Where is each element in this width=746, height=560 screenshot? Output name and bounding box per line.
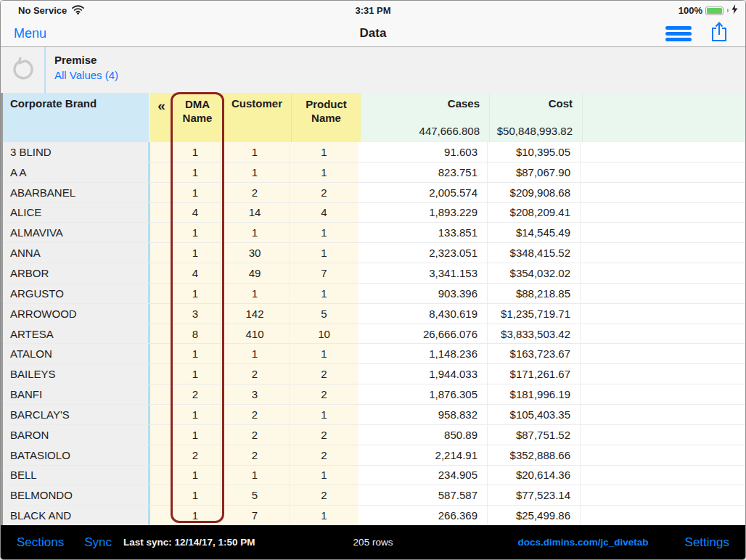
- filler-cell: [580, 284, 745, 303]
- customer-cell: 1: [220, 142, 289, 162]
- table-row[interactable]: 3 BLIND 1 1 1 91.603 $10,395.05: [1, 142, 745, 162]
- filler-cell: [580, 344, 745, 363]
- brand-cell: ALICE: [1, 203, 150, 223]
- clock: 3:31 PM: [1, 5, 745, 16]
- dma-cell: 4: [171, 263, 220, 283]
- brand-cell: ALMAVIVA: [1, 223, 150, 242]
- hamburger-menu-icon[interactable]: [665, 26, 692, 41]
- refresh-button[interactable]: [1, 47, 46, 93]
- table-row[interactable]: A A 1 1 1 823.751 $87,067.90: [1, 162, 745, 182]
- dma-cell: 1: [171, 162, 220, 182]
- column-header-cases[interactable]: Cases 447,666.808: [361, 93, 489, 142]
- brand-cell: A A: [1, 162, 150, 182]
- table-row[interactable]: BELL 1 1 1 234.905 $20,614.36: [1, 465, 745, 485]
- table-row[interactable]: BARCLAY'S 1 2 1 958.832 $105,403.35: [1, 404, 745, 424]
- settings-button[interactable]: Settings: [685, 535, 729, 550]
- product-cell: 1: [289, 344, 358, 363]
- customer-cell: 2: [220, 364, 289, 384]
- table-row[interactable]: ANNA 1 30 1 2,323.051 $348,415.52: [1, 242, 745, 263]
- product-cell: 1: [289, 466, 358, 485]
- filler-cell: [580, 263, 745, 283]
- table-row[interactable]: BELMONDO 1 5 2 587.587 $77,523.14: [1, 485, 745, 505]
- table-header: Corporate Brand « DMA Name Customer Prod…: [1, 93, 745, 142]
- customer-cell: 410: [220, 324, 289, 344]
- dma-cell: 1: [171, 243, 220, 263]
- product-cell: 1: [289, 223, 358, 242]
- header-filler: [582, 93, 745, 142]
- cases-cell: 850.89: [358, 425, 487, 445]
- dma-cell: 8: [171, 324, 220, 344]
- column-header-customer[interactable]: Customer: [222, 93, 291, 142]
- column-header-product-name[interactable]: Product Name: [291, 93, 361, 142]
- cost-cell: $3,833,503.42: [487, 324, 580, 344]
- brand-cell: BLACK AND: [1, 506, 150, 525]
- spacer-cell: [150, 223, 171, 242]
- table-row[interactable]: ALICE 4 14 4 1,893.229 $208,209.41: [1, 202, 745, 223]
- customer-cell: 1: [220, 344, 289, 363]
- filler-cell: [580, 304, 745, 324]
- customer-cell: 3: [220, 384, 289, 404]
- cases-cell: 2,323.051: [358, 243, 487, 263]
- customer-cell: 2: [220, 445, 289, 465]
- table-row[interactable]: BANFI 2 3 2 1,876.305 $181,996.19: [1, 384, 745, 404]
- table-row[interactable]: BATASIOLO 2 2 2 2,214.91 $352,888.66: [1, 445, 745, 465]
- table-row[interactable]: BLACK AND 1 7 1 266.369 $25,499.86: [1, 505, 745, 525]
- customer-cell: 142: [220, 304, 289, 324]
- cost-cell: $25,499.86: [487, 506, 580, 525]
- product-cell: 4: [289, 203, 358, 223]
- left-scroll-indicator[interactable]: [1, 93, 3, 525]
- sync-button[interactable]: Sync: [84, 535, 112, 550]
- cost-cell: $171,261.67: [487, 364, 580, 384]
- product-cell: 1: [289, 142, 358, 162]
- share-icon[interactable]: [710, 21, 728, 46]
- brand-cell: ARROWOOD: [1, 304, 150, 324]
- table-row[interactable]: BARON 1 2 2 850.89 $87,751.52: [1, 424, 745, 445]
- table-row[interactable]: ARROWOOD 3 142 5 8,430.619 $1,235,719.71: [1, 303, 745, 324]
- filler-cell: [580, 162, 745, 182]
- table-body: 3 BLIND 1 1 1 91.603 $10,395.05 A A 1 1 …: [1, 142, 745, 525]
- product-cell: 2: [289, 183, 358, 202]
- column-header-dma-name[interactable]: DMA Name: [173, 93, 222, 142]
- table-row[interactable]: ALMAVIVA 1 1 1 133.851 $14,545.49: [1, 222, 745, 242]
- cost-cell: $208,209.41: [487, 203, 580, 223]
- table-row[interactable]: BAILEYS 1 2 2 1,944.033 $171,261.67: [1, 363, 745, 384]
- customer-cell: 1: [220, 162, 289, 182]
- cost-total: $50,848,993.82: [490, 125, 573, 137]
- product-cell: 1: [289, 284, 358, 303]
- cases-cell: 1,944.033: [358, 364, 487, 384]
- brand-cell: BELL: [1, 466, 150, 485]
- cost-cell: $14,545.49: [487, 223, 580, 242]
- product-cell: 2: [289, 364, 358, 384]
- spacer-cell: [150, 425, 171, 445]
- filler-cell: [580, 183, 745, 202]
- cases-cell: 903.396: [358, 284, 487, 303]
- spacer-cell: [150, 344, 171, 363]
- column-header-cost[interactable]: Cost $50,848,993.82: [489, 93, 582, 142]
- cases-cell: 8,430.619: [358, 304, 487, 324]
- menu-button[interactable]: Menu: [14, 26, 46, 41]
- spacer-cell: [150, 405, 171, 424]
- docs-link[interactable]: docs.dimins.com/jc_divetab: [518, 537, 649, 548]
- collapse-columns-control[interactable]: «: [150, 93, 173, 142]
- spacer-cell: [150, 284, 171, 303]
- table-row[interactable]: ARGUSTO 1 1 1 903.396 $88,218.85: [1, 283, 745, 303]
- table-row[interactable]: ARBOR 4 49 7 3,341.153 $354,032.02: [1, 263, 745, 283]
- sections-button[interactable]: Sections: [17, 535, 64, 550]
- filler-cell: [580, 425, 745, 445]
- table-row[interactable]: ARTESA 8 410 10 26,666.076 $3,833,503.42: [1, 324, 745, 344]
- dma-cell: 1: [171, 485, 220, 505]
- table-row[interactable]: ABARBANEL 1 2 2 2,005.574 $209,908.68: [1, 182, 745, 202]
- charging-bolt-icon: [731, 4, 738, 17]
- cases-cell: 587.587: [358, 485, 487, 505]
- customer-cell: 49: [220, 263, 289, 283]
- spacer-cell: [150, 183, 171, 202]
- cases-cell: 91.603: [358, 142, 487, 162]
- product-cell: 1: [289, 506, 358, 525]
- product-cell: 1: [289, 243, 358, 263]
- column-header-corporate-brand[interactable]: Corporate Brand: [1, 93, 150, 142]
- cost-cell: $1,235,719.71: [487, 304, 580, 324]
- filter-value-link[interactable]: All Values (4): [54, 69, 118, 81]
- table-row[interactable]: ATALON 1 1 1 1,148.236 $163,723.67: [1, 343, 745, 363]
- brand-cell: ABARBANEL: [1, 183, 150, 202]
- product-cell: 1: [289, 405, 358, 424]
